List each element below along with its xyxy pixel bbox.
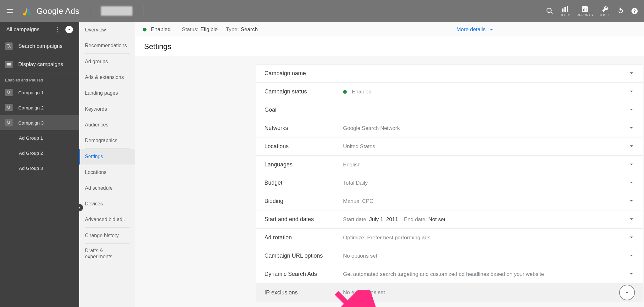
settings-row-value: Enabled: [343, 89, 628, 95]
sidebar-adgroup-item[interactable]: Ad Group 2: [0, 145, 79, 160]
help-icon: ?: [631, 7, 638, 15]
submenu-item[interactable]: Landing pages: [79, 85, 135, 101]
settings-row[interactable]: LanguagesEnglish: [256, 156, 643, 174]
separator: [90, 5, 90, 17]
expand-ip-exclusions[interactable]: [619, 285, 635, 300]
submenu-item[interactable]: Recommendations: [79, 38, 135, 53]
settings-row[interactable]: Goal: [256, 101, 643, 119]
settings-row-value: United States: [343, 143, 628, 150]
settings-row[interactable]: BiddingManual CPC: [256, 192, 643, 210]
settings-row-label: Campaign URL options: [264, 253, 343, 259]
settings-row[interactable]: BudgetTotal Daily: [256, 174, 643, 192]
hamburger-menu-icon[interactable]: [3, 7, 17, 15]
type-value: Search: [241, 26, 258, 33]
submenu-item[interactable]: Demographics: [79, 133, 135, 148]
submenu-item[interactable]: Advanced bid adj.: [79, 212, 135, 227]
more-menu-icon[interactable]: ⋮: [52, 25, 63, 34]
settings-scroll-area: Campaign nameCampaign statusEnabledGoalN…: [135, 56, 644, 307]
settings-row[interactable]: NetworksGoogle Search Network: [256, 119, 643, 137]
submenu-item[interactable]: Settings: [79, 149, 135, 165]
more-details-toggle[interactable]: More details: [456, 26, 495, 33]
settings-row-label: Networks: [264, 125, 343, 131]
settings-row-label: Dynamic Search Ads: [264, 271, 343, 277]
sidebar-section-label: Enabled and Paused: [0, 74, 79, 85]
sidebar-campaign-item[interactable]: Campaign 1: [0, 85, 79, 100]
submenu-item[interactable]: Locations: [79, 165, 135, 180]
settings-row-value: Get automated search targeting and custo…: [343, 271, 628, 277]
sidebar-adgroup-item[interactable]: Ad Group 3: [0, 160, 79, 176]
settings-row[interactable]: Campaign URL optionsNo options set: [256, 247, 643, 265]
submenu-item[interactable]: Keywords: [79, 101, 135, 117]
settings-row[interactable]: Ad rotationOptimize: Prefer best perform…: [256, 229, 643, 247]
settings-row-value: No exclusions set: [343, 289, 619, 296]
wrench-icon: [601, 5, 609, 13]
chevron-down-icon: [624, 289, 630, 296]
submenu-item[interactable]: Devices: [79, 196, 135, 212]
chevron-down-icon: [628, 252, 635, 259]
settings-row-label: Ad rotation: [264, 234, 343, 241]
settings-panel: Campaign nameCampaign statusEnabledGoalN…: [256, 64, 643, 302]
sidebar-adgroup-item[interactable]: Ad Group 1: [0, 130, 79, 145]
settings-row-label: Budget: [264, 180, 343, 186]
type-label: Type:: [226, 26, 239, 33]
settings-row-value: Optimize: Prefer best performing ads: [343, 235, 628, 241]
settings-row[interactable]: Campaign statusEnabled: [256, 83, 643, 101]
google-ads-logo-icon: [21, 6, 32, 16]
settings-row-label: Bidding: [264, 198, 343, 204]
settings-row[interactable]: Start and end datesStart date: July 1, 2…: [256, 210, 643, 229]
tools-button[interactable]: TOOLS: [596, 5, 614, 17]
submenu-item[interactable]: Drafts &experiments: [79, 244, 135, 263]
search-button[interactable]: [543, 7, 557, 15]
chevron-down-icon: [628, 142, 635, 149]
chevron-down-icon: [628, 124, 635, 131]
svg-text:?: ?: [633, 8, 636, 14]
svg-rect-11: [7, 63, 11, 65]
collapse-submenu-icon[interactable]: [75, 204, 83, 211]
submenu-item[interactable]: Overview: [79, 22, 135, 38]
settings-row-value: Start date: July 1, 2011 End date: Not s…: [343, 216, 628, 223]
help-button[interactable]: ?: [628, 7, 641, 15]
app-topbar: Google Ads GO TO REPORTS TOOLS ?: [0, 0, 644, 22]
chevron-down-icon: [628, 70, 635, 76]
search-icon: [5, 119, 13, 126]
submenu-item[interactable]: Ads & extensions: [79, 70, 135, 85]
chevron-down-icon: [628, 270, 635, 277]
chevron-down-icon: [628, 197, 635, 204]
settings-row[interactable]: IP exclusionsNo exclusions set: [256, 283, 643, 302]
settings-row-label: Start and end dates: [264, 216, 343, 223]
settings-row-value: Google Search Network: [343, 125, 628, 131]
sidebar-item-search-campaigns[interactable]: Search campaigns: [0, 37, 79, 55]
svg-point-0: [28, 13, 31, 16]
status-label: Status:: [182, 26, 198, 33]
submenu-item[interactable]: Audiences: [79, 117, 135, 133]
refresh-button[interactable]: [614, 7, 628, 15]
display-icon: [5, 61, 13, 68]
account-name-redacted: [101, 6, 132, 16]
goto-icon: [561, 5, 569, 13]
nav-sidebar: All campaigns ⋮ Search campaigns Display…: [0, 22, 79, 307]
sidebar-campaign-item[interactable]: Campaign 2: [0, 100, 79, 115]
reports-button[interactable]: REPORTS: [574, 5, 596, 17]
sidebar-item-display-campaigns[interactable]: Display campaigns: [0, 55, 79, 74]
svg-rect-8: [586, 8, 586, 11]
submenu-item[interactable]: Ad groups: [79, 54, 135, 70]
page-title: Settings: [135, 37, 644, 56]
submenu-item[interactable]: Ad schedule: [79, 180, 135, 196]
collapse-nav-icon[interactable]: [65, 26, 73, 33]
settings-row-value: No options set: [343, 253, 628, 259]
settings-row[interactable]: LocationsUnited States: [256, 137, 643, 156]
chevron-down-icon: [628, 161, 635, 168]
refresh-icon: [617, 7, 625, 15]
status-dot-icon: [143, 28, 147, 31]
chevron-down-icon: [488, 26, 495, 33]
submenu-item[interactable]: Change history: [79, 228, 135, 243]
settings-row[interactable]: Campaign name: [256, 64, 643, 83]
goto-button[interactable]: GO TO: [557, 5, 574, 17]
chevron-down-icon: [628, 106, 635, 113]
settings-row-label: Locations: [264, 143, 343, 150]
all-campaigns-header[interactable]: All campaigns ⋮: [0, 22, 79, 37]
sidebar-campaign-item[interactable]: Campaign 3: [0, 115, 79, 130]
main-content: Enabled Status: Eligible Type: Search Mo…: [135, 22, 644, 307]
svg-rect-7: [585, 8, 585, 11]
settings-row[interactable]: Dynamic Search AdsGet automated search t…: [256, 265, 643, 283]
